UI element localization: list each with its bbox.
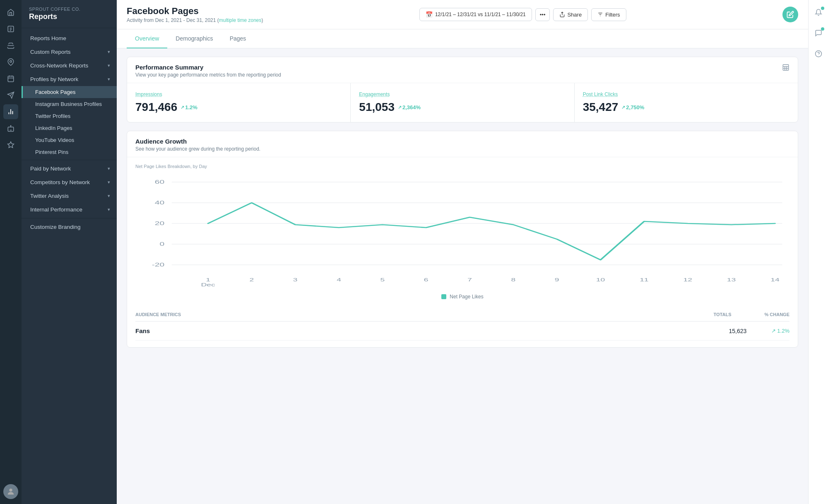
share-icon — [559, 12, 565, 17]
up-arrow-icon: ↗ — [181, 105, 184, 110]
sidebar-item-pinterest-pins[interactable]: Pinterest Pins — [22, 146, 117, 158]
table-header-totals: Totals — [714, 312, 732, 317]
chevron-down-icon: ▾ — [108, 207, 110, 212]
performance-summary-header: Performance Summary View your key page p… — [127, 57, 798, 83]
svg-text:7: 7 — [467, 277, 472, 282]
company-name: Sprout Coffee Co. — [29, 7, 110, 12]
svg-text:5: 5 — [380, 277, 385, 282]
user-avatar[interactable] — [3, 484, 18, 499]
svg-point-12 — [10, 125, 11, 126]
chevron-down-icon: ▾ — [108, 180, 110, 185]
chart-legend: Net Page Likes — [135, 290, 789, 301]
date-range-button[interactable]: 📅 12/1/21 – 12/31/21 vs 11/1/21 – 11/30/… — [419, 8, 532, 21]
svg-marker-15 — [8, 142, 14, 148]
sidebar-item-reports-home[interactable]: Reports Home — [22, 31, 117, 45]
impressions-value: 791,466 ↗ 1.2% — [135, 101, 342, 114]
right-rail — [808, 0, 828, 504]
tab-demographics[interactable]: Demographics — [167, 29, 221, 48]
svg-point-1 — [10, 60, 12, 62]
engagements-metric: Engagements 51,053 ↗ 2,364% — [351, 83, 574, 122]
notification-icon[interactable] — [812, 6, 825, 19]
svg-text:14: 14 — [770, 277, 780, 282]
star-icon[interactable] — [3, 137, 18, 152]
pin-icon[interactable] — [3, 55, 18, 70]
notification-badge — [821, 7, 824, 10]
sidebar-item-instagram-business[interactable]: Instagram Business Profiles — [22, 98, 117, 110]
icon-rail — [0, 0, 22, 504]
fans-total: 15,623 — [729, 328, 747, 334]
svg-text:11: 11 — [640, 277, 648, 282]
sidebar-item-twitter-profiles[interactable]: Twitter Profiles — [22, 110, 117, 122]
tab-overview[interactable]: Overview — [127, 29, 167, 48]
sidebar-item-twitter-analysis[interactable]: Twitter Analysis ▾ — [22, 189, 117, 203]
sidebar-nav: Reports Home Custom Reports ▾ Cross-Netw… — [22, 28, 117, 237]
schedule-icon[interactable] — [3, 71, 18, 86]
post-link-clicks-change: ↗ 2,750% — [621, 104, 644, 110]
page-title-area: Facebook Pages Activity from Dec 1, 2021… — [127, 6, 263, 23]
sidebar-item-cross-network[interactable]: Cross-Network Reports ▾ — [22, 59, 117, 72]
chevron-down-icon: ▾ — [108, 193, 110, 199]
up-arrow-icon: ↗ — [621, 105, 625, 110]
page-subtitle: Activity from Dec 1, 2021 - Dec 31, 2021… — [127, 17, 263, 23]
tab-pages[interactable]: Pages — [221, 29, 255, 48]
svg-text:8: 8 — [511, 277, 516, 282]
chevron-down-icon: ▾ — [108, 63, 110, 68]
sidebar-item-internal-performance[interactable]: Internal Performance ▾ — [22, 203, 117, 216]
engagements-label[interactable]: Engagements — [359, 91, 566, 97]
audience-growth-subtitle: See how your audience grew during the re… — [135, 146, 260, 152]
performance-summary-subtitle: View your key page performance metrics f… — [135, 72, 281, 78]
post-link-clicks-value: 35,427 ↗ 2,750% — [583, 101, 789, 114]
publish-icon[interactable] — [3, 88, 18, 103]
share-button[interactable]: Share — [553, 8, 588, 21]
chat-icon[interactable] — [812, 26, 825, 40]
table-header-label: Audience Metrics — [135, 312, 181, 317]
inbox-icon[interactable] — [3, 38, 18, 53]
svg-point-16 — [9, 489, 12, 492]
nav-divider — [22, 160, 117, 160]
svg-text:13: 13 — [727, 277, 736, 282]
analytics-icon[interactable] — [3, 104, 18, 119]
header-actions: 📅 12/1/21 – 12/31/21 vs 11/1/21 – 11/30/… — [419, 8, 626, 21]
metrics-row: Impressions 791,466 ↗ 1.2% Engagements 5… — [127, 83, 798, 122]
svg-rect-21 — [783, 65, 789, 70]
up-arrow-icon: ↗ — [771, 328, 776, 334]
sidebar-item-facebook-pages[interactable]: Facebook Pages — [22, 86, 117, 98]
help-icon[interactable] — [812, 47, 825, 60]
impressions-change: ↗ 1.2% — [181, 104, 197, 110]
more-options-button[interactable]: ••• — [535, 8, 550, 21]
table-view-icon[interactable] — [782, 64, 789, 73]
calendar-icon: 📅 — [426, 11, 433, 18]
svg-text:12: 12 — [683, 277, 692, 282]
sidebar-item-custom-reports[interactable]: Custom Reports ▾ — [22, 45, 117, 59]
table-header-change: % Change — [764, 312, 789, 317]
page-title: Facebook Pages — [127, 6, 263, 17]
svg-rect-2 — [8, 76, 14, 82]
filters-button[interactable]: Filters — [591, 8, 626, 21]
audience-growth-title: Audience Growth — [135, 138, 260, 145]
home-icon[interactable] — [3, 5, 18, 20]
impressions-label[interactable]: Impressions — [135, 91, 342, 97]
audience-growth-header: Audience Growth See how your audience gr… — [127, 131, 798, 157]
chevron-down-icon: ▾ — [108, 49, 110, 55]
sidebar-item-paid-by-network[interactable]: Paid by Network ▾ — [22, 162, 117, 175]
post-link-clicks-label[interactable]: Post Link Clicks — [583, 91, 789, 97]
legend-dot-net-page-likes — [441, 294, 446, 299]
compose-button[interactable] — [782, 7, 798, 22]
sidebar-item-linkedin-pages[interactable]: LinkedIn Pages — [22, 122, 117, 134]
ellipsis-icon: ••• — [540, 12, 546, 18]
chart-wrap: 60 40 20 0 -20 1 Dec 2 3 4 5 6 7 — [135, 174, 789, 290]
nav-divider-2 — [22, 218, 117, 218]
svg-text:2: 2 — [250, 277, 254, 282]
fans-label: Fans — [135, 327, 150, 334]
svg-text:6: 6 — [424, 277, 428, 282]
fans-change: ↗ 1.2% — [771, 328, 789, 334]
svg-text:3: 3 — [293, 277, 298, 282]
sidebar-item-profiles-by-network[interactable]: Profiles by Network ▾ — [22, 72, 117, 86]
sidebar-item-customize-branding[interactable]: Customize Branding — [22, 220, 117, 234]
timezone-link[interactable]: multiple time zones — [219, 17, 262, 23]
compose-icon[interactable] — [3, 22, 18, 36]
sidebar-item-youtube-videos[interactable]: YouTube Videos — [22, 134, 117, 146]
sidebar-item-competitors-by-network[interactable]: Competitors by Network ▾ — [22, 175, 117, 189]
bot-icon[interactable] — [3, 121, 18, 136]
up-arrow-icon: ↗ — [398, 105, 402, 110]
